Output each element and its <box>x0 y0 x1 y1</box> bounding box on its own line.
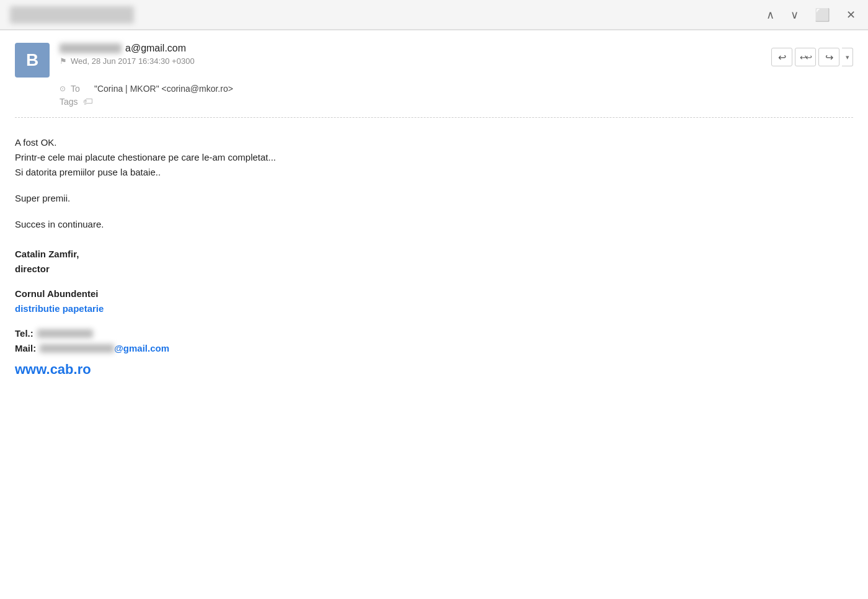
next-button[interactable]: ∨ <box>788 8 801 22</box>
body-block-3: Succes in continuare. <box>15 217 543 232</box>
sig-name: Catalin Zamfir, <box>15 247 543 262</box>
sig-mail-link[interactable]: @gmail.com <box>114 341 169 356</box>
to-row: ⊙ To "Corina | MKOR" <corina@mkor.ro> <box>60 84 853 94</box>
header-body-separator <box>15 117 853 118</box>
forward-button[interactable]: ↪ <box>818 48 839 66</box>
email-date: Wed, 28 Jun 2017 16:34:30 +0300 <box>71 56 195 66</box>
sender-info: a@gmail.com ⚑ Wed, 28 Jun 2017 16:34:30 … <box>60 43 195 66</box>
body-block-2: Super premii. <box>15 191 543 206</box>
sender-date-row: ⚑ Wed, 28 Jun 2017 16:34:30 +0300 <box>60 56 195 66</box>
close-button[interactable]: ✕ <box>844 8 858 22</box>
to-address: "Corina | MKOR" <corina@mkor.ro> <box>94 84 233 94</box>
avatar: B <box>15 43 50 78</box>
title-bar: ∧ ∨ ⬜ ✕ <box>0 0 868 30</box>
reply-button[interactable]: ↩ <box>771 48 792 66</box>
external-link-button[interactable]: ⬜ <box>812 7 833 22</box>
email-header: B a@gmail.com ⚑ Wed, 28 Jun 2017 16:34:3… <box>0 30 868 118</box>
body-line-2: Printr-e cele mai placute chestionare pe… <box>15 150 543 165</box>
sig-tel-blurred <box>37 329 93 338</box>
sig-title: director <box>15 262 543 277</box>
avatar-letter: B <box>26 50 38 70</box>
body-line-3: Si datorita premiilor puse la bataie.. <box>15 165 543 180</box>
email-meta-row: B a@gmail.com ⚑ Wed, 28 Jun 2017 16:34:3… <box>15 43 853 78</box>
tags-row: Tags 🏷 <box>60 96 853 107</box>
sig-mail-row: Mail: @gmail.com <box>15 341 543 356</box>
reply-all-button[interactable]: ↩↩ <box>795 48 816 66</box>
expand-recipients-icon[interactable]: ⊙ <box>60 84 66 93</box>
email-action-buttons: ↩ ↩↩ ↪ ▾ <box>771 48 853 66</box>
sender-email-suffix: a@gmail.com <box>125 43 186 54</box>
body-line-1: A fost OK. <box>15 135 543 150</box>
to-tags-block: ⊙ To "Corina | MKOR" <corina@mkor.ro> Ta… <box>60 84 853 107</box>
prev-button[interactable]: ∧ <box>764 8 777 22</box>
sig-website-link[interactable]: www.cab.ro <box>15 358 543 380</box>
email-body: A fost OK. Printr-e cele mai placute che… <box>0 118 558 395</box>
tags-label: Tags <box>60 97 78 107</box>
sender-email-blurred <box>60 43 122 53</box>
flag-icon: ⚑ <box>60 56 67 66</box>
more-actions-button[interactable]: ▾ <box>842 48 853 66</box>
body-para-3: Succes in continuare. <box>15 217 543 232</box>
body-block-1: A fost OK. Printr-e cele mai placute che… <box>15 135 543 180</box>
title-blurred <box>10 6 134 24</box>
sender-email-row: a@gmail.com <box>60 43 195 54</box>
email-sender-block: B a@gmail.com ⚑ Wed, 28 Jun 2017 16:34:3… <box>15 43 195 78</box>
sig-tel-row: Tel.: <box>15 326 543 341</box>
sig-tagline-link[interactable]: distributie papetarie <box>15 303 104 314</box>
sig-mail-blurred <box>40 344 114 353</box>
sig-company: Cornul Abundentei <box>15 286 543 301</box>
body-para-2: Super premii. <box>15 191 543 206</box>
sig-tel-label: Tel.: <box>15 326 33 341</box>
tag-icon[interactable]: 🏷 <box>83 96 93 107</box>
title-bar-controls: ∧ ∨ ⬜ ✕ <box>764 7 858 22</box>
title-bar-left <box>10 6 134 24</box>
signature-block: Catalin Zamfir, director Cornul Abundent… <box>15 247 543 380</box>
to-label: To <box>71 84 89 94</box>
sig-mail-label: Mail: <box>15 341 36 356</box>
